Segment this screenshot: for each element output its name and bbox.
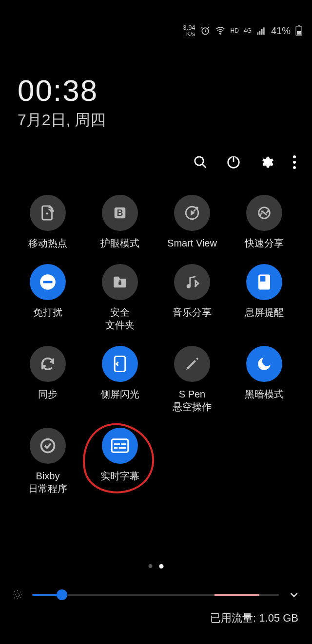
tile-music-share[interactable]: 音乐分享 — [156, 264, 228, 331]
tile-label: Smart View — [167, 237, 217, 249]
more-icon[interactable] — [292, 155, 296, 170]
svg-rect-35 — [121, 443, 126, 445]
svg-rect-34 — [114, 443, 120, 445]
hd-label: HD — [231, 27, 239, 34]
dnd-icon[interactable] — [30, 264, 66, 300]
page-indicator[interactable] — [149, 564, 164, 568]
svg-rect-5 — [263, 27, 265, 35]
smart-view-icon[interactable] — [174, 195, 210, 231]
svg-point-11 — [293, 155, 296, 158]
tile-eye-comfort[interactable]: B护眼模式 — [84, 195, 156, 249]
svg-rect-7 — [297, 31, 301, 35]
svg-point-9 — [195, 157, 204, 166]
tile-label: 移动热点 — [28, 237, 67, 249]
secure-folder-icon[interactable] — [102, 264, 138, 300]
eye-comfort-icon[interactable]: B — [102, 195, 138, 231]
quick-tiles-grid: 移动热点B护眼模式Smart View快速分享免打扰安全 文件夹音乐分享息屏提醒… — [0, 195, 312, 495]
svg-point-21 — [267, 210, 269, 212]
tile-label: 安全 文件夹 — [105, 306, 135, 331]
tile-label: S Pen 悬空操作 — [173, 388, 212, 413]
tile-label: 快速分享 — [245, 237, 284, 249]
clock-block: 00:38 7月2日, 周四 — [18, 73, 106, 131]
tile-edge-lighting[interactable]: 侧屏闪光 — [84, 346, 156, 413]
clock-time: 00:38 — [18, 73, 106, 108]
clock-date: 7月2日, 周四 — [18, 110, 106, 131]
svg-point-38 — [16, 593, 20, 597]
hotspot-icon[interactable] — [30, 195, 66, 231]
svg-point-12 — [293, 161, 296, 164]
tile-quick-share[interactable]: 快速分享 — [228, 195, 300, 249]
tile-label: 音乐分享 — [173, 306, 212, 319]
svg-rect-2 — [257, 32, 259, 35]
network-speed: 3.94 K/s — [183, 24, 195, 37]
brightness-slider-thumb[interactable] — [57, 589, 67, 600]
wifi-icon — [215, 26, 226, 36]
tile-label: 息屏提醒 — [245, 306, 284, 319]
power-icon[interactable] — [226, 155, 241, 170]
gear-icon[interactable] — [259, 155, 274, 170]
signal-icon — [256, 26, 266, 36]
brightness-slider-warm-zone — [214, 594, 259, 596]
status-bar: 3.94 K/s HD 4G 41% — [183, 24, 302, 37]
network-type: 4G — [244, 27, 252, 34]
aod-icon[interactable] — [246, 264, 282, 300]
tile-s-pen[interactable]: S Pen 悬空操作 — [156, 346, 228, 413]
tile-aod[interactable]: 息屏提醒 — [228, 264, 300, 331]
tile-secure-folder[interactable]: 安全 文件夹 — [84, 264, 156, 331]
tile-label: 实时字幕 — [100, 470, 139, 482]
sync-icon[interactable] — [30, 346, 66, 382]
quick-share-icon[interactable] — [246, 195, 282, 231]
page-dot-active — [159, 564, 164, 568]
svg-rect-8 — [298, 25, 300, 26]
tile-label: 免打扰 — [33, 306, 62, 319]
bixby-routine-icon[interactable] — [30, 428, 66, 464]
dark-mode-icon[interactable] — [246, 346, 282, 382]
brightness-row — [12, 588, 300, 601]
tile-label: 黑暗模式 — [245, 388, 284, 400]
svg-point-13 — [293, 166, 296, 169]
edge-lighting-icon[interactable] — [102, 346, 138, 382]
tile-bixby-routine[interactable]: Bixby 日常程序 — [12, 428, 84, 495]
svg-text:B: B — [117, 208, 123, 218]
svg-rect-3 — [259, 31, 261, 35]
tile-sync[interactable]: 同步 — [12, 346, 84, 413]
alarm-icon — [200, 26, 210, 36]
battery-icon — [295, 25, 302, 36]
data-usage: 已用流量: 1.05 GB — [210, 611, 298, 625]
svg-rect-4 — [261, 29, 263, 35]
battery-percent: 41% — [271, 25, 291, 37]
live-caption-icon[interactable] — [102, 428, 138, 464]
svg-point-20 — [259, 214, 261, 216]
tile-live-caption[interactable]: 实时字幕 — [84, 428, 156, 495]
svg-rect-37 — [119, 447, 126, 449]
tile-smart-view[interactable]: Smart View — [156, 195, 228, 249]
svg-rect-24 — [118, 282, 121, 285]
chevron-down-icon[interactable] — [288, 588, 300, 601]
svg-rect-36 — [114, 447, 117, 449]
search-icon[interactable] — [193, 155, 208, 170]
brightness-icon — [12, 589, 23, 601]
svg-point-25 — [187, 284, 191, 288]
svg-point-1 — [219, 33, 221, 35]
tile-label: Bixby 日常程序 — [28, 470, 67, 495]
page-dot — [149, 564, 153, 568]
svg-point-18 — [195, 207, 198, 209]
tile-dark-mode[interactable]: 黑暗模式 — [228, 346, 300, 413]
s-pen-icon[interactable] — [174, 346, 210, 382]
tile-hotspot[interactable]: 移动热点 — [12, 195, 84, 249]
tile-label: 护眼模式 — [100, 237, 139, 249]
tile-label: 侧屏闪光 — [100, 388, 139, 400]
action-row — [193, 155, 296, 170]
tile-label: 同步 — [38, 388, 58, 400]
svg-rect-23 — [43, 281, 53, 284]
brightness-slider[interactable] — [32, 594, 279, 596]
svg-point-14 — [46, 212, 48, 214]
svg-rect-33 — [112, 439, 128, 452]
tile-dnd[interactable]: 免打扰 — [12, 264, 84, 331]
svg-rect-30 — [260, 276, 266, 282]
music-share-icon[interactable] — [174, 264, 210, 300]
